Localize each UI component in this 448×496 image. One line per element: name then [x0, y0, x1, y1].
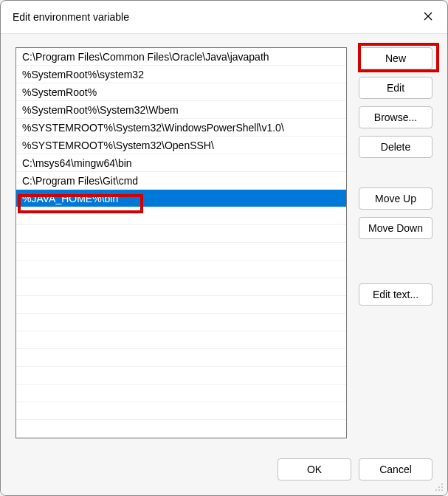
spacer	[359, 165, 433, 180]
list-item[interactable]	[16, 243, 346, 261]
new-button[interactable]: New	[359, 47, 433, 69]
edit-env-var-dialog: Edit environment variable C:\Program Fil…	[0, 0, 448, 496]
list-item[interactable]: C:\Program Files\Git\cmd	[16, 172, 346, 190]
list-item[interactable]: %SYSTEMROOT%\System32\WindowsPowerShell\…	[16, 119, 346, 137]
list-item[interactable]: %SystemRoot%\System32\Wbem	[16, 101, 346, 119]
list-item[interactable]	[16, 420, 346, 438]
titlebar: Edit environment variable	[1, 1, 447, 34]
move-down-button[interactable]: Move Down	[359, 217, 433, 239]
list-item[interactable]: C:\msys64\mingw64\bin	[16, 154, 346, 172]
delete-button[interactable]: Delete	[359, 136, 433, 158]
spacer	[359, 247, 433, 276]
list-item[interactable]	[16, 385, 346, 402]
edit-button[interactable]: Edit	[359, 77, 433, 99]
ok-button[interactable]: OK	[278, 458, 351, 480]
close-icon	[424, 12, 433, 23]
list-item[interactable]	[16, 367, 346, 385]
list-item[interactable]: C:\Program Files\Common Files\Oracle\Jav…	[16, 48, 346, 66]
list-item[interactable]	[16, 207, 346, 225]
list-item[interactable]	[16, 314, 346, 331]
list-item[interactable]	[16, 296, 346, 314]
list-item[interactable]	[16, 402, 346, 420]
list-item[interactable]: %JAVA_HOME%\bin	[16, 190, 346, 207]
list-item[interactable]: %SYSTEMROOT%\System32\OpenSSH\	[16, 137, 346, 154]
close-button[interactable]	[419, 8, 437, 26]
list-item[interactable]	[16, 225, 346, 243]
list-item[interactable]	[16, 278, 346, 296]
list-item[interactable]	[16, 349, 346, 367]
list-item[interactable]: %SystemRoot%\system32	[16, 66, 346, 83]
list-item[interactable]	[16, 261, 346, 278]
dialog-body: C:\Program Files\Common Files\Oracle\Jav…	[1, 34, 447, 452]
path-listbox[interactable]: C:\Program Files\Common Files\Oracle\Jav…	[15, 47, 347, 438]
button-sidebar: New Edit Browse... Delete Move Up Move D…	[359, 47, 433, 447]
list-item[interactable]: %SystemRoot%	[16, 83, 346, 101]
list-item[interactable]	[16, 331, 346, 349]
dialog-title: Edit environment variable	[13, 11, 129, 23]
browse-button[interactable]: Browse...	[359, 106, 433, 128]
move-up-button[interactable]: Move Up	[359, 187, 433, 210]
cancel-button[interactable]: Cancel	[359, 458, 433, 480]
dialog-footer: OK Cancel	[1, 452, 447, 495]
edit-text-button[interactable]: Edit text...	[359, 283, 433, 306]
